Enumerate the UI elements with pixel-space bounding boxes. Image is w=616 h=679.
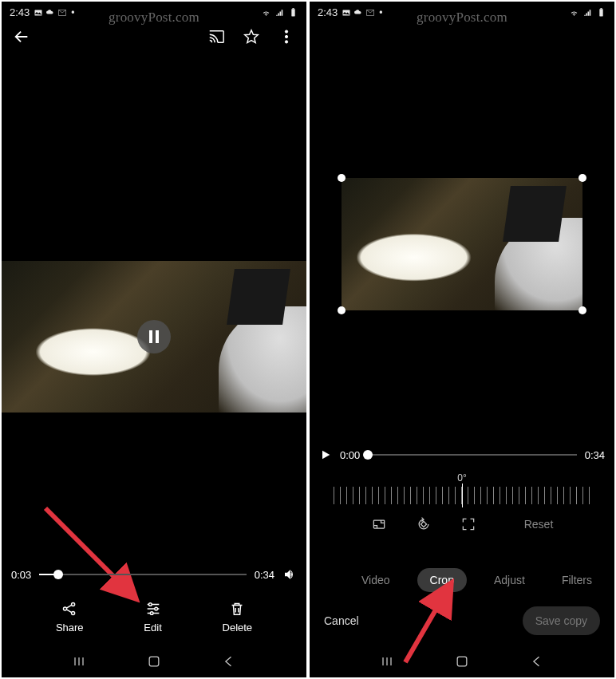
edit-button[interactable]: Edit — [144, 600, 161, 634]
crop-handle-br[interactable] — [578, 306, 586, 314]
crop-handle-tr[interactable] — [578, 174, 586, 182]
svg-rect-15 — [599, 9, 602, 16]
nav-bar — [310, 645, 614, 677]
editor-tabs: Video Crop Adjust Filters — [310, 568, 614, 592]
pause-button[interactable] — [137, 320, 171, 353]
home-nav-icon[interactable] — [454, 653, 470, 669]
share-label: Share — [56, 622, 84, 634]
wifi-icon — [261, 7, 271, 18]
aspect-ratio-icon[interactable] — [371, 516, 387, 532]
status-bar: 2:43 • — [310, 2, 614, 20]
svg-point-11 — [154, 607, 157, 610]
rotate-icon[interactable] — [416, 516, 432, 532]
volume-icon[interactable] — [282, 567, 297, 582]
svg-rect-1 — [291, 9, 294, 16]
svg-point-8 — [72, 602, 75, 606]
bottom-action-bar: Share Edit Delete — [2, 592, 306, 641]
recents-nav-icon[interactable] — [71, 653, 87, 669]
picture-icon — [34, 8, 43, 18]
edit-icon — [144, 600, 162, 618]
back-button[interactable] — [13, 28, 30, 49]
total-time: 0:34 — [585, 449, 605, 461]
trash-icon — [228, 600, 246, 618]
more-options-icon[interactable] — [278, 28, 295, 49]
svg-rect-17 — [373, 520, 384, 528]
expand-icon[interactable] — [460, 516, 476, 532]
cloud-icon — [45, 8, 55, 18]
mail-icon — [365, 8, 375, 18]
wifi-icon — [569, 7, 579, 18]
tab-adjust[interactable]: Adjust — [484, 569, 535, 591]
signal-icon — [582, 7, 593, 18]
mail-icon — [57, 8, 67, 18]
svg-point-5 — [285, 41, 287, 43]
top-action-bar — [2, 20, 306, 57]
svg-point-10 — [148, 603, 152, 606]
reset-button[interactable]: Reset — [524, 518, 554, 531]
svg-rect-20 — [457, 657, 467, 666]
crop-frame[interactable] — [342, 178, 582, 310]
svg-point-12 — [150, 612, 153, 615]
delete-button[interactable]: Delete — [223, 600, 253, 634]
svg-rect-14 — [343, 10, 350, 15]
back-nav-icon[interactable] — [221, 653, 237, 669]
svg-point-4 — [285, 35, 287, 38]
svg-rect-2 — [292, 8, 294, 9]
battery-icon — [288, 7, 298, 18]
screen-crop-editor: 2:43 • groovyPost.com 0:00 0:34 0° — [310, 2, 614, 677]
svg-rect-0 — [35, 10, 42, 15]
delete-label: Delete — [223, 622, 253, 634]
rotation-value: 0° — [310, 472, 614, 484]
share-icon — [61, 600, 78, 618]
cloud-icon — [353, 8, 363, 18]
status-right-icons — [261, 7, 298, 18]
clock: 2:43 — [318, 6, 338, 18]
svg-rect-13 — [149, 657, 159, 666]
status-right-icons — [569, 7, 606, 18]
save-copy-button[interactable]: Save copy — [523, 606, 600, 635]
scrub-track[interactable] — [39, 574, 246, 575]
home-nav-icon[interactable] — [146, 653, 162, 669]
recents-nav-icon[interactable] — [379, 653, 395, 669]
share-button[interactable]: Share — [56, 600, 84, 634]
svg-rect-16 — [600, 8, 602, 9]
svg-line-6 — [45, 508, 133, 596]
scrubber[interactable]: 0:03 0:34 — [11, 567, 297, 582]
video-frame[interactable] — [2, 261, 306, 413]
scrubber[interactable]: 0:00 0:34 — [319, 448, 605, 461]
back-nav-icon[interactable] — [529, 653, 545, 669]
elapsed-time: 0:00 — [340, 449, 360, 461]
status-left-icons: • — [34, 7, 74, 18]
rotation-ruler[interactable] — [334, 487, 590, 504]
crop-handle-tl[interactable] — [338, 174, 346, 182]
edit-label: Edit — [144, 622, 161, 634]
picture-icon — [342, 8, 351, 18]
signal-icon — [274, 7, 285, 18]
crop-tool-row: Reset — [310, 516, 614, 532]
tab-crop[interactable]: Crop — [417, 568, 467, 592]
total-time: 0:34 — [255, 569, 274, 581]
nav-bar — [2, 645, 306, 677]
tab-video[interactable]: Video — [352, 569, 400, 591]
scrub-track[interactable] — [368, 454, 576, 456]
screen-video-player: 2:43 • groovyPost.com — [2, 2, 306, 677]
status-left-icons: • — [342, 7, 382, 18]
editor-bottom-bar: Cancel Save copy — [310, 606, 614, 635]
cast-icon[interactable] — [207, 28, 225, 49]
svg-point-9 — [72, 611, 75, 614]
elapsed-time: 0:03 — [11, 569, 31, 581]
play-icon[interactable] — [319, 448, 332, 461]
crop-handle-bl[interactable] — [338, 306, 346, 314]
status-bar: 2:43 • — [2, 2, 306, 20]
tab-filters[interactable]: Filters — [552, 569, 602, 591]
svg-rect-18 — [421, 521, 426, 527]
battery-icon — [596, 7, 606, 18]
clock: 2:43 — [10, 6, 30, 18]
favorite-star-icon[interactable] — [243, 28, 260, 49]
cancel-button[interactable]: Cancel — [324, 614, 359, 627]
svg-point-3 — [285, 30, 287, 33]
svg-point-7 — [64, 607, 67, 610]
